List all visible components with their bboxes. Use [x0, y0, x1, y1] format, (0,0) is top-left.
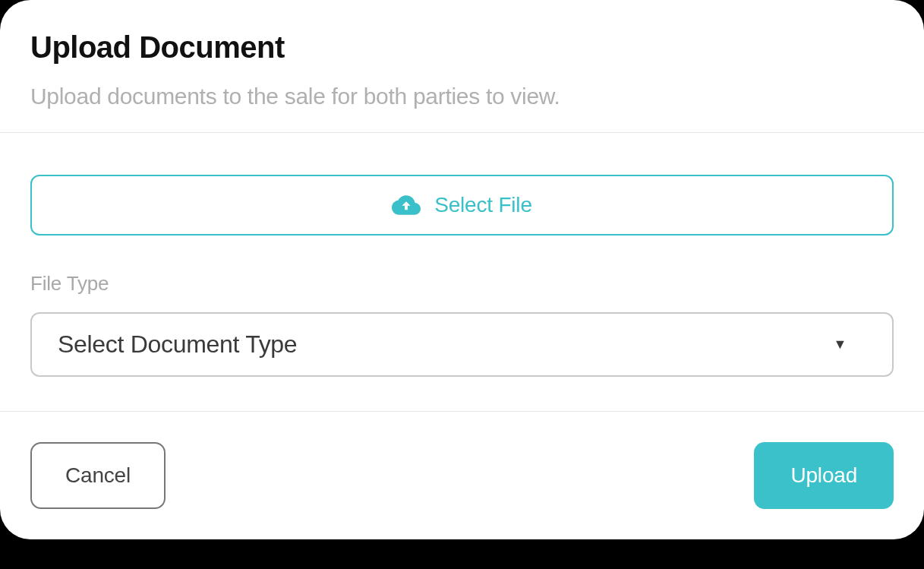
doc-type-placeholder: Select Document Type — [58, 330, 297, 359]
modal-subtitle: Upload documents to the sale for both pa… — [30, 84, 894, 109]
modal-header: Upload Document Upload documents to the … — [0, 0, 924, 132]
modal-footer: Cancel Upload — [0, 412, 924, 539]
doc-type-select-wrap: Select Document Type ▼ — [30, 312, 894, 377]
select-file-button[interactable]: Select File — [30, 175, 894, 236]
cloud-upload-icon — [392, 194, 421, 217]
upload-document-modal: Upload Document Upload documents to the … — [0, 0, 924, 539]
cancel-button[interactable]: Cancel — [30, 442, 166, 509]
select-file-label: Select File — [434, 193, 532, 217]
caret-down-icon: ▼ — [833, 337, 847, 352]
doc-type-select[interactable]: Select Document Type ▼ — [30, 312, 894, 377]
modal-title: Upload Document — [30, 30, 894, 65]
file-type-label: File Type — [30, 272, 894, 296]
modal-body: Select File File Type Select Document Ty… — [0, 133, 924, 411]
upload-button[interactable]: Upload — [754, 442, 894, 509]
